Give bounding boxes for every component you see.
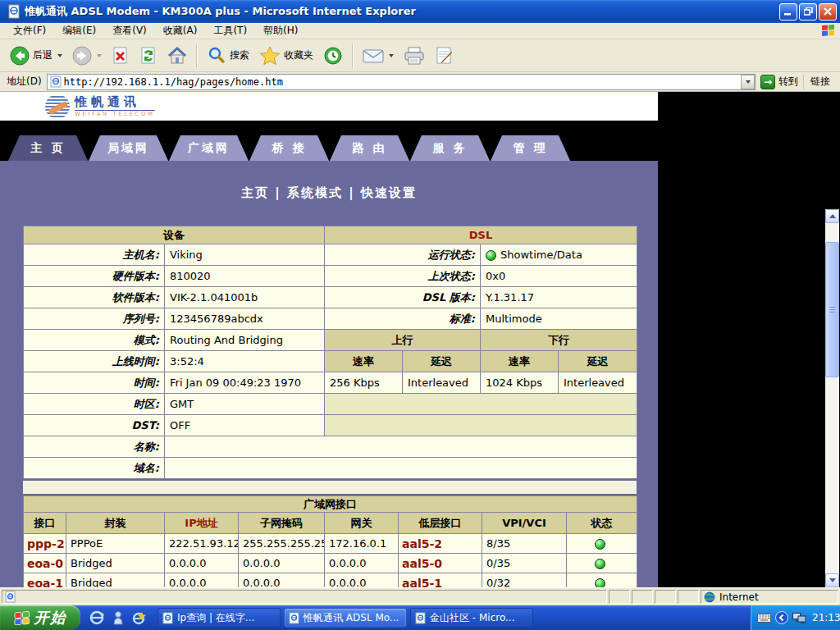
upstream-header: 上行 <box>325 330 481 351</box>
address-input[interactable] <box>64 75 741 89</box>
field-label: 软件版本: <box>24 287 165 308</box>
address-dropdown-button[interactable] <box>741 75 755 89</box>
menu-edit[interactable]: 编辑(E) <box>54 22 104 39</box>
field-label: 主机名: <box>24 244 165 266</box>
edit-icon <box>435 46 454 66</box>
field-value: 810020 <box>165 266 325 287</box>
status-bar: Internet <box>0 587 840 605</box>
close-button[interactable] <box>819 3 837 21</box>
task-button-ip-query[interactable]: Ip查询 | 在线字... <box>158 608 281 628</box>
favorites-button[interactable]: 收藏夹 <box>254 43 318 68</box>
quick-launch-ie-icon[interactable] <box>89 609 105 626</box>
menu-tools[interactable]: 工具(T) <box>205 22 255 39</box>
scroll-thumb[interactable] <box>825 242 839 377</box>
dsl-header: DSL <box>325 226 637 244</box>
tab-bridge[interactable]: 桥 接 <box>249 135 329 161</box>
language-bar-icon[interactable] <box>775 611 788 624</box>
down-rate-value: 1024 Kbps <box>481 372 559 394</box>
history-button[interactable] <box>318 43 348 68</box>
links-label[interactable]: 链接 <box>803 75 837 89</box>
status-pane <box>655 590 676 604</box>
status-orb-icon <box>595 559 605 569</box>
tab-lan[interactable]: 局域网 <box>89 135 168 161</box>
menu-view[interactable]: 查看(V) <box>104 22 155 39</box>
refresh-button[interactable] <box>135 43 162 68</box>
home-button[interactable] <box>162 43 192 68</box>
toolbar-separator <box>196 43 198 68</box>
interface-link[interactable]: ppp-2 <box>24 534 66 554</box>
task-button-adsl-modem[interactable]: 惟帆通讯 ADSL Mo... <box>284 608 407 628</box>
status-page-icon <box>5 591 16 603</box>
menu-help[interactable]: 帮助(H) <box>255 22 306 39</box>
table-cell: Bridged <box>66 554 165 573</box>
field-value: Fri Jan 09 00:49:23 1970 <box>165 372 325 394</box>
content-area: 主页 | 系统模式 | 快速设置 设备 DSL 主机名: Viking 运行状态… <box>0 161 658 587</box>
status-cell <box>567 554 637 573</box>
minimize-button[interactable] <box>779 3 797 21</box>
field-label: 硬件版本: <box>24 266 165 287</box>
status-orb-icon <box>595 539 605 550</box>
tab-wan[interactable]: 广域网 <box>169 135 249 161</box>
mail-icon <box>363 48 384 64</box>
taskbar-clock: 21:13 <box>812 612 840 623</box>
start-button[interactable]: 开始 <box>0 605 80 630</box>
submenu-links[interactable]: 主页 | 系统模式 | 快速设置 <box>0 161 658 226</box>
vertical-scrollbar[interactable] <box>825 209 839 587</box>
device-header: 设备 <box>24 226 325 244</box>
tab-admin[interactable]: 管 理 <box>491 135 570 161</box>
col-header-interface: 接口 <box>24 513 66 534</box>
col-header-lower-interface: 低层接口 <box>399 513 482 534</box>
interface-link[interactable]: eoa-0 <box>24 554 66 573</box>
address-input-box[interactable] <box>47 74 756 90</box>
window-title: 惟帆通讯 ADSL Modem - KM300A plus - Microsof… <box>25 4 779 19</box>
quick-launch <box>80 609 154 626</box>
tab-route[interactable]: 路 由 <box>330 135 409 161</box>
menu-favorites[interactable]: 收藏(A) <box>155 22 206 39</box>
lower-interface-link[interactable]: aal5-2 <box>399 534 482 554</box>
stop-button[interactable] <box>107 43 135 68</box>
task-label: 惟帆通讯 ADSL Mo... <box>304 611 399 625</box>
interface-link[interactable]: eoa-1 <box>24 573 66 588</box>
field-label: 运行状态: <box>325 244 481 266</box>
field-value: OFF <box>165 415 325 436</box>
table-cell: 0/35 <box>482 554 567 573</box>
field-value: Viking <box>165 244 325 266</box>
search-button[interactable]: 搜索 <box>202 43 254 68</box>
scroll-up-button[interactable] <box>825 209 839 223</box>
taskbar: 开始 Ip查询 | 在线字... 惟帆通讯 ADSL Mo... 金山社区 - … <box>0 605 840 630</box>
empty-cell <box>325 394 637 415</box>
lower-interface-link[interactable]: aal5-1 <box>399 573 482 588</box>
field-value: 0x0 <box>481 266 637 287</box>
restore-button[interactable] <box>799 3 817 21</box>
table-cell: 0.0.0.0 <box>165 573 239 588</box>
rate-header: 速率 <box>325 351 403 372</box>
tab-service[interactable]: 服 务 <box>410 135 490 161</box>
field-value <box>165 458 637 479</box>
table-cell: 0.0.0.0 <box>239 573 325 588</box>
field-value: Routing And Bridging <box>165 330 325 351</box>
internet-zone-label: Internet <box>719 591 759 603</box>
keyboard-icon[interactable] <box>757 614 771 623</box>
table-cell: 8/35 <box>482 534 567 554</box>
go-button[interactable]: → 转到 <box>756 75 803 89</box>
quick-launch-media-icon[interactable] <box>110 609 126 626</box>
lower-interface-link[interactable]: aal5-0 <box>399 554 482 573</box>
task-button-jinshan-forum[interactable]: 金山社区 - Micro... <box>410 608 533 628</box>
site-logo[interactable]: 惟帆通讯 WEIFAN TELECOM <box>45 94 155 119</box>
print-button[interactable] <box>399 43 430 68</box>
menu-file[interactable]: 文件(F) <box>5 22 54 39</box>
table-cell: 0.0.0.0 <box>239 554 325 573</box>
mail-button[interactable] <box>358 45 399 66</box>
title-bar: 惟帆通讯 ADSL Modem - KM300A plus - Microsof… <box>0 0 840 23</box>
system-tray: 21:13 <box>750 605 840 630</box>
tab-home[interactable]: 主 页 <box>8 135 88 161</box>
menu-bar: 文件(F) 编辑(E) 查看(V) 收藏(A) 工具(T) 帮助(H) <box>0 23 840 39</box>
edit-button[interactable] <box>430 43 459 68</box>
quick-launch-outlook-icon[interactable] <box>131 609 148 626</box>
table-row: eoa-1 Bridged 0.0.0.0 0.0.0.0 0.0.0.0 aa… <box>24 573 637 588</box>
forward-button[interactable] <box>67 43 107 68</box>
network-icon[interactable] <box>792 613 806 623</box>
empty-cell <box>325 415 637 436</box>
scroll-down-button[interactable] <box>825 573 839 587</box>
back-button[interactable]: 后退 <box>5 43 67 68</box>
